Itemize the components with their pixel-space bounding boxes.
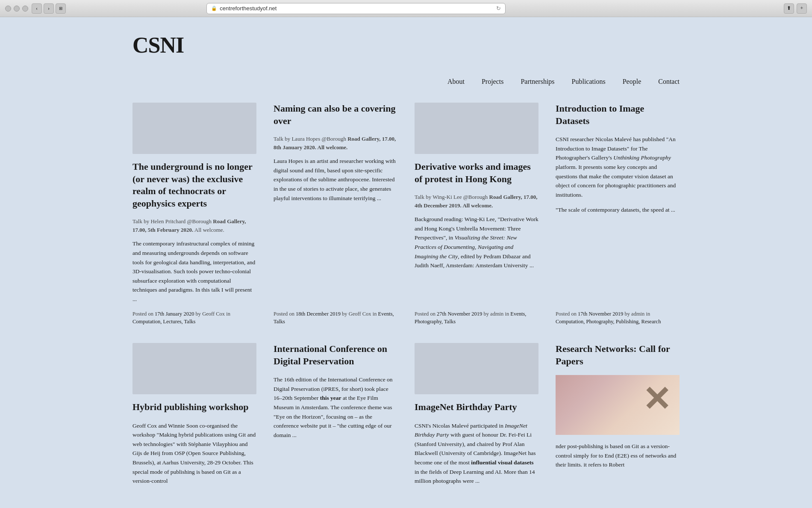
forward-button[interactable]: › <box>44 3 54 14</box>
post-excerpt-ipres: The 16th edition of the International Co… <box>274 375 397 440</box>
lock-icon: 🔒 <box>211 6 217 11</box>
share-button[interactable]: ⬆ <box>784 3 794 14</box>
post-categories-imagedatasets[interactable]: Computation, Photography, Publishing, Re… <box>556 319 661 325</box>
post-image-hybrid <box>132 343 256 394</box>
post-card-ipres: International Conference on Digital Pres… <box>274 343 397 492</box>
post-date-imagedatasets[interactable]: 17th November 2019 <box>578 311 623 317</box>
post-card-naming: Naming can also be a covering over Talk … <box>274 103 397 326</box>
post-by-1: by Geoff Cox in <box>194 311 230 317</box>
browser-actions: ⬆ + <box>784 3 807 14</box>
post-card-imagedatasets: Introduction to Image Datasets CSNI rese… <box>556 103 680 326</box>
nav-projects[interactable]: Projects <box>482 78 504 86</box>
posts-grid-row1: The underground is no longer (or never w… <box>132 103 680 343</box>
url-text: centreforthestudyof.net <box>220 5 277 12</box>
post-date-derivative[interactable]: 27th November 2019 <box>437 311 482 317</box>
post-image-research-networks <box>556 375 680 435</box>
maximize-button[interactable] <box>22 6 28 12</box>
post-image-imagenet <box>415 343 538 394</box>
post-footer-imagedatasets: Posted on 17th November 2019 by admin in… <box>556 310 680 326</box>
site-nav: About Projects Partnerships Publications… <box>132 65 680 103</box>
link-nicolas-maleve-2[interactable]: Nicolas Malevé <box>432 422 469 429</box>
add-tab-button[interactable]: + <box>797 3 807 14</box>
post-image-derivative <box>415 103 538 154</box>
post-quote-imagedatasets: "The scale of contemporary datasets, the… <box>556 205 680 215</box>
post-excerpt-research-networks: nder post-publishing is based on Git as … <box>556 442 680 470</box>
address-bar[interactable]: 🔒 centreforthestudyof.net ↻ <box>206 3 506 14</box>
post-excerpt-derivative: Background reading: Wing-Ki Lee, "Deriva… <box>415 215 538 270</box>
post-talk-underground: Talk by Helen Pritchard @Borough Road Ga… <box>132 218 246 233</box>
post-title-ipres: International Conference on Digital Pres… <box>274 343 397 367</box>
post-title-hybrid: Hybrid publishing workshop <box>132 401 256 413</box>
link-imagenet-birthday[interactable]: ImageNet Birthday Party <box>415 422 527 438</box>
post-excerpt-imagedatasets: CSNI researcher Nicolas Malevé has publi… <box>556 135 680 199</box>
nav-publications[interactable]: Publications <box>572 78 606 86</box>
post-title-research-networks: Research Networks: Call for Papers <box>556 343 680 367</box>
post-image-underground <box>132 103 256 154</box>
tab-view-button[interactable]: ⊞ <box>56 3 66 14</box>
post-title-derivative: Derivative works and images of protest i… <box>415 161 538 185</box>
post-by-4: by admin in <box>623 311 650 317</box>
post-title-imagenet: ImageNet Birthday Party <box>415 401 538 413</box>
back-button[interactable]: ‹ <box>32 3 42 14</box>
nav-people[interactable]: People <box>623 78 641 86</box>
link-16th-edition[interactable]: 16th edition of the International Confer… <box>274 376 393 392</box>
post-excerpt-underground: The contemporary infrastructural complex… <box>132 239 256 304</box>
post-excerpt-hybrid: Geoff Cox and Winnie Soon co-organised t… <box>132 421 256 486</box>
post-title-underground: The underground is no longer (or never w… <box>132 161 256 210</box>
post-footer-underground: Posted on 17th January 2020 by Geoff Cox… <box>132 310 256 326</box>
post-excerpt-naming: Laura Hopes is an artist and researcher … <box>274 157 397 203</box>
browser-navigation: ‹ › ⊞ <box>32 3 66 14</box>
post-by-3: by admin in <box>482 311 510 317</box>
nav-partnerships[interactable]: Partnerships <box>521 78 554 86</box>
post-meta-underground: Talk by Helen Pritchard @Borough Road Ga… <box>132 217 256 234</box>
post-card-imagenet: ImageNet Birthday Party CSNI's Nicolas M… <box>415 343 538 492</box>
post-date-underground[interactable]: 17th January 2020 <box>155 311 194 317</box>
page-wrapper: CSNI About Projects Partnerships Publica… <box>107 17 705 508</box>
post-posted-label-2: Posted on <box>274 311 296 317</box>
site-logo: CSNI <box>132 34 680 56</box>
post-card-research-networks: Research Networks: Call for Papers nder … <box>556 343 680 492</box>
posts-grid-row2: Hybrid publishing workshop Geoff Cox and… <box>132 343 680 508</box>
nav-contact[interactable]: Contact <box>658 78 680 86</box>
post-posted-label-4: Posted on <box>556 311 578 317</box>
post-footer-naming: Posted on 18th December 2019 by Geoff Co… <box>274 310 397 326</box>
post-meta-naming: Talk by Laura Hopes @Borough Road Galler… <box>274 135 397 151</box>
post-date-naming[interactable]: 18th December 2019 <box>296 311 341 317</box>
site-header: CSNI <box>132 17 680 65</box>
post-card-derivative: Derivative works and images of protest i… <box>415 103 538 326</box>
browser-window-buttons <box>5 6 28 12</box>
refresh-icon[interactable]: ↻ <box>496 5 501 12</box>
post-posted-label-3: Posted on <box>415 311 437 317</box>
post-posted-label-1: Posted on <box>132 311 155 317</box>
post-meta-derivative: Talk by Wing-Ki Lee @Borough Road Galler… <box>415 193 538 210</box>
post-title-imagedatasets: Introduction to Image Datasets <box>556 103 680 127</box>
minimize-button[interactable] <box>14 6 20 12</box>
post-categories-underground[interactable]: Computation, Lectures, Talks <box>132 319 195 325</box>
post-excerpt-imagenet: CSNI's Nicolas Malevé participated in Im… <box>415 421 538 486</box>
close-button[interactable] <box>5 6 11 12</box>
post-card-underground: The underground is no longer (or never w… <box>132 103 256 326</box>
post-by-2: by Geoff Cox in <box>341 311 378 317</box>
link-nicolas-maleve[interactable]: Nicolas Malevé <box>595 136 632 142</box>
post-card-hybrid: Hybrid publishing workshop Geoff Cox and… <box>132 343 256 492</box>
browser-chrome: ‹ › ⊞ 🔒 centreforthestudyof.net ↻ ⬆ + <box>0 0 812 17</box>
post-title-naming: Naming can also be a covering over <box>274 103 397 127</box>
nav-about[interactable]: About <box>447 78 465 86</box>
post-footer-derivative: Posted on 27th November 2019 by admin in… <box>415 310 538 326</box>
